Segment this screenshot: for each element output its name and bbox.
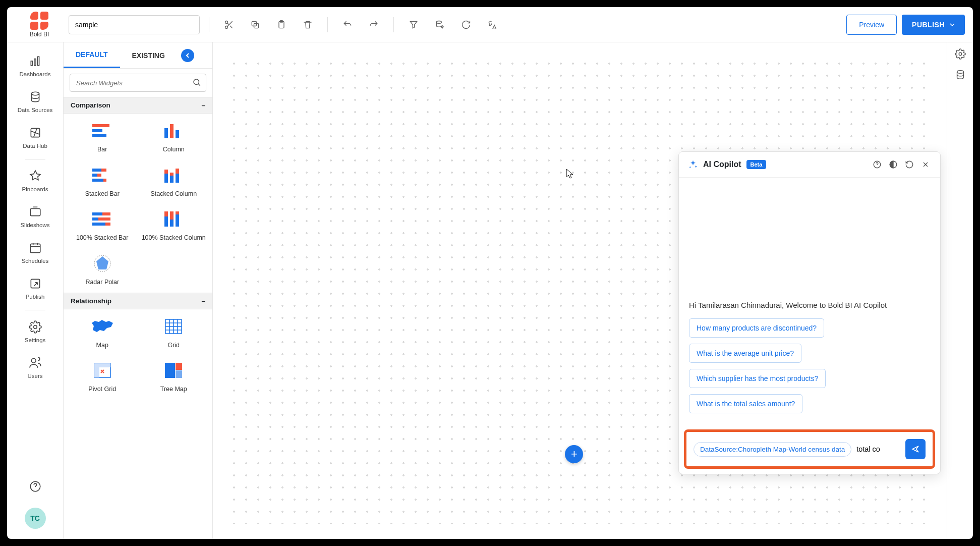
svg-rect-32	[97, 174, 101, 177]
svg-point-10	[441, 26, 443, 27]
svg-rect-34	[103, 179, 106, 182]
settings-icon[interactable]	[955, 48, 966, 61]
svg-rect-25	[92, 134, 106, 137]
brand-label: Bold BI	[15, 31, 64, 38]
redo-icon[interactable]	[363, 14, 384, 35]
collapse-icon: –	[201, 297, 205, 305]
copilot-welcome: Hi Tamilarasan Chinnadurai, Welcome to B…	[689, 301, 930, 309]
svg-rect-46	[105, 223, 110, 226]
nav-settings[interactable]: Settings	[15, 317, 55, 346]
suggestion-0[interactable]: How many products are discontinued?	[689, 318, 824, 338]
widget-100-stacked-column[interactable]: 100% Stacked Column	[138, 208, 210, 242]
widget-stacked-bar[interactable]: Stacked Bar	[67, 164, 138, 198]
svg-point-1	[225, 26, 228, 28]
left-nav: Dashboards Data Sources Data Hub Pinboar…	[7, 42, 64, 539]
nav-schedules[interactable]: Schedules	[15, 238, 55, 267]
svg-rect-28	[176, 130, 179, 138]
copilot-theme-icon[interactable]	[888, 159, 899, 170]
widget-search-input[interactable]	[70, 74, 206, 92]
svg-rect-17	[30, 244, 40, 252]
svg-rect-44	[98, 217, 110, 221]
copilot-title: AI Copilot	[703, 160, 741, 169]
svg-point-68	[959, 52, 962, 56]
svg-rect-52	[176, 214, 179, 227]
nav-slideshows[interactable]: Slideshows	[15, 202, 55, 231]
widget-map[interactable]: Map	[67, 315, 138, 350]
svg-rect-27	[170, 124, 174, 138]
tab-existing[interactable]: EXISTING	[120, 42, 177, 68]
svg-rect-49	[170, 211, 174, 220]
svg-rect-47	[164, 211, 168, 216]
widget-radar-polar[interactable]: Radar Polar	[67, 252, 138, 287]
svg-point-9	[436, 21, 441, 23]
collapse-panel-button[interactable]	[181, 49, 194, 62]
svg-rect-30	[101, 169, 106, 172]
svg-line-3	[230, 26, 233, 28]
svg-rect-31	[92, 174, 97, 177]
copy-icon[interactable]	[245, 14, 266, 35]
svg-rect-33	[92, 179, 103, 182]
datasource-icon[interactable]	[429, 14, 450, 35]
category-relationship[interactable]: Relationship–	[64, 293, 212, 309]
nav-users[interactable]: Users	[15, 353, 55, 382]
widget-stacked-column[interactable]: Stacked Column	[138, 164, 210, 198]
publish-button[interactable]: PUBLISH	[902, 15, 965, 35]
undo-icon[interactable]	[337, 14, 358, 35]
svg-rect-39	[176, 169, 179, 174]
svg-rect-24	[92, 129, 102, 132]
svg-rect-64	[94, 363, 99, 377]
dashboard-name-input[interactable]	[69, 15, 200, 34]
svg-point-22	[194, 79, 199, 85]
suggestion-1[interactable]: What is the average unit price?	[689, 344, 801, 363]
svg-line-4	[227, 23, 229, 24]
boldbi-logo-icon	[30, 12, 48, 30]
svg-rect-38	[170, 176, 174, 183]
nav-data-sources[interactable]: Data Sources	[15, 87, 55, 116]
widget-grid[interactable]: Grid	[138, 315, 210, 350]
help-icon[interactable]	[15, 477, 55, 498]
paste-icon[interactable]	[271, 14, 292, 35]
copilot-help-icon[interactable]	[872, 159, 883, 170]
nav-dashboards[interactable]: Dashboards	[15, 51, 55, 80]
send-button[interactable]	[905, 439, 926, 459]
widget-bar[interactable]: Bar	[67, 120, 138, 154]
database-icon[interactable]	[955, 69, 966, 82]
nav-pinboards[interactable]: Pinboards	[15, 167, 55, 195]
widget-column[interactable]: Column	[138, 120, 210, 154]
preview-button[interactable]: Preview	[846, 15, 897, 35]
widget-pivot-grid[interactable]: Pivot Grid	[67, 359, 138, 394]
refresh-icon[interactable]	[455, 14, 477, 35]
nav-publish[interactable]: Publish	[15, 274, 55, 303]
svg-rect-67	[176, 370, 182, 378]
collapse-icon: –	[201, 101, 205, 109]
svg-rect-35	[164, 170, 168, 174]
svg-rect-13	[37, 57, 39, 65]
cut-icon[interactable]	[218, 14, 240, 35]
suggestion-2[interactable]: Which supplier has the most products?	[689, 369, 826, 388]
suggestion-3[interactable]: What is the total sales amount?	[689, 394, 802, 413]
svg-rect-37	[170, 173, 174, 176]
tab-default[interactable]: DEFAULT	[64, 42, 120, 68]
category-comparison[interactable]: Comparison–	[64, 97, 212, 114]
copilot-close-icon[interactable]	[920, 159, 931, 170]
svg-rect-50	[170, 220, 174, 227]
svg-rect-29	[92, 169, 101, 172]
top-toolbar: Bold BI Preview PUBLISH	[7, 7, 973, 42]
widget-100-stacked-bar[interactable]: 100% Stacked Bar	[67, 208, 138, 242]
nav-data-hub[interactable]: Data Hub	[15, 123, 55, 152]
svg-point-20	[31, 358, 36, 363]
delete-icon[interactable]	[297, 14, 318, 35]
svg-rect-26	[164, 128, 168, 138]
translate-icon[interactable]	[482, 14, 503, 35]
svg-rect-41	[92, 212, 102, 215]
copilot-text-input[interactable]	[856, 445, 900, 453]
datasource-chip[interactable]: DataSource:Choropleth Map-World census d…	[694, 442, 851, 457]
cursor-icon	[566, 169, 574, 179]
svg-rect-11	[31, 61, 32, 66]
search-icon[interactable]	[192, 78, 201, 88]
widget-tree-map[interactable]: Tree Map	[138, 359, 210, 394]
filter-icon[interactable]	[403, 14, 424, 35]
user-avatar[interactable]: TC	[25, 508, 46, 529]
copilot-reset-icon[interactable]	[904, 159, 915, 170]
svg-rect-36	[164, 174, 168, 183]
